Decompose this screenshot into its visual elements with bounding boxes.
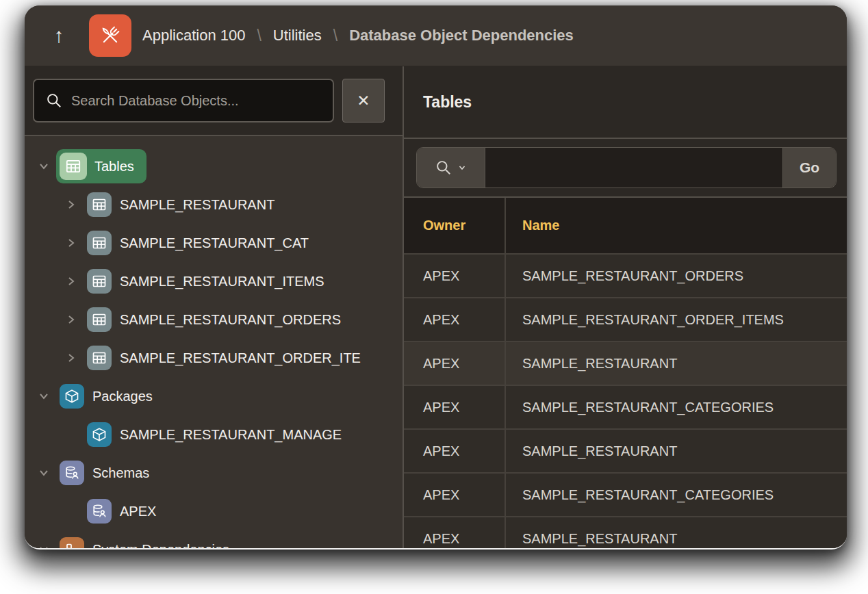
tree-item-sample-restaurant-items[interactable]: SAMPLE_RESTAURANT_ITEMS — [25, 262, 403, 300]
table-icon — [60, 153, 87, 180]
tree-item-label: Schemas — [92, 465, 149, 481]
chevron-placeholder — [64, 428, 78, 441]
tree-item-label: Packages — [92, 389, 153, 404]
chevron-placeholder — [64, 504, 78, 518]
cell-name: SAMPLE_RESTAURANT_CATEGORIES — [505, 385, 847, 429]
tree-item-tables[interactable]: Tables — [25, 147, 403, 185]
cell-owner: APEX — [404, 254, 505, 298]
search-input[interactable] — [63, 93, 333, 109]
package-icon — [87, 422, 112, 447]
report-search-bar: Go — [416, 147, 837, 188]
table-icon — [87, 269, 112, 294]
up-arrow-icon[interactable]: ↑ — [45, 25, 73, 46]
tree-item-selected[interactable]: Tables — [56, 149, 146, 183]
chevron-down-icon[interactable] — [37, 543, 51, 550]
report-toolbar: Go — [404, 139, 847, 198]
schema-icon — [87, 499, 112, 524]
table-icon — [87, 192, 112, 217]
dependency-icon — [60, 537, 84, 550]
cell-name: SAMPLE_RESTAURANT_ORDER_ITEMS — [505, 298, 847, 341]
search-database-objects-field[interactable] — [33, 79, 334, 122]
cell-owner: APEX — [404, 385, 505, 429]
breadcrumb-separator: \ — [257, 27, 261, 45]
table-row[interactable]: APEX SAMPLE_RESTAURANT_CATEGORIES — [404, 473, 847, 517]
table-header-row: Owner Name — [404, 198, 847, 254]
column-header-name[interactable]: Name — [505, 198, 847, 254]
tree-item-label: SAMPLE_RESTAURANT_MANAGE — [120, 427, 342, 443]
chevron-right-icon[interactable] — [64, 274, 78, 288]
tree-item-sample-restaurant-cat[interactable]: SAMPLE_RESTAURANT_CAT — [25, 224, 403, 262]
go-button[interactable]: Go — [782, 148, 836, 188]
breadcrumb-separator: \ — [333, 27, 337, 45]
table-row[interactable]: APEX SAMPLE_RESTAURANT_ORDERS — [404, 254, 847, 298]
tree-search-region: ✕ — [25, 66, 403, 136]
cell-owner: APEX — [404, 429, 505, 473]
cell-name: SAMPLE_RESTAURANT — [505, 517, 847, 550]
tree-item-label: System Dependencies — [92, 542, 229, 550]
table-row[interactable]: APEX SAMPLE_RESTAURANT — [404, 517, 847, 550]
close-icon: ✕ — [357, 92, 370, 110]
table-row[interactable]: APEX SAMPLE_RESTAURANT_CATEGORIES — [404, 385, 847, 429]
cell-owner: APEX — [404, 298, 505, 341]
chevron-down-icon[interactable] — [37, 159, 51, 173]
search-icon — [435, 159, 452, 177]
tree-item-system-dependencies[interactable]: System Dependencies — [25, 530, 403, 550]
breadcrumb: Application 100 \ Utilities \ Database O… — [142, 27, 574, 45]
tree-item-label: SAMPLE_RESTAURANT_CAT — [120, 235, 309, 251]
column-header-owner[interactable]: Owner — [404, 198, 505, 254]
object-tree-panel: ✕ Tables — [25, 66, 404, 550]
package-icon — [60, 384, 84, 409]
tree-item-sample-restaurant-manage[interactable]: SAMPLE_RESTAURANT_MANAGE — [25, 415, 403, 454]
page-title: Tables — [423, 93, 472, 112]
breadcrumb-current-page: Database Object Dependencies — [349, 27, 574, 44]
restaurant-utensils-icon[interactable] — [89, 14, 131, 57]
table-icon — [87, 307, 112, 332]
table-row[interactable]: APEX SAMPLE_RESTAURANT_ORDER_ITEMS — [404, 298, 847, 341]
cell-name: SAMPLE_RESTAURANT_CATEGORIES — [505, 473, 847, 517]
report-title-bar: Tables — [404, 66, 847, 139]
schema-icon — [60, 461, 84, 485]
tree-item-label: SAMPLE_RESTAURANT — [120, 197, 275, 213]
chevron-right-icon[interactable] — [64, 351, 78, 365]
cell-name: SAMPLE_RESTAURANT — [505, 429, 847, 473]
tree-item-label: SAMPLE_RESTAURANT_ORDERS — [120, 312, 341, 328]
app-window: ↑ Application 100 \ Utilities \ Database… — [25, 5, 847, 550]
cell-name: SAMPLE_RESTAURANT_ORDERS — [505, 254, 847, 298]
tree-item-label: APEX — [120, 504, 156, 519]
database-object-tree: Tables SAMPLE_RESTAURANT — [25, 136, 403, 550]
tree-item-label: SAMPLE_RESTAURANT_ITEMS — [120, 274, 324, 289]
tree-item-sample-restaurant-order-items[interactable]: SAMPLE_RESTAURANT_ORDER_ITE — [25, 339, 403, 377]
cell-name: SAMPLE_RESTAURANT — [505, 341, 847, 385]
tree-item-sample-restaurant-orders[interactable]: SAMPLE_RESTAURANT_ORDERS — [25, 300, 403, 339]
cell-owner: APEX — [404, 517, 505, 550]
cell-owner: APEX — [404, 473, 505, 517]
table-icon — [87, 231, 112, 255]
chevron-down-icon[interactable] — [37, 466, 51, 480]
chevron-right-icon[interactable] — [64, 313, 78, 326]
chevron-right-icon[interactable] — [64, 198, 78, 211]
tree-item-schemas[interactable]: Schemas — [25, 454, 403, 492]
table-row[interactable]: APEX SAMPLE_RESTAURANT — [404, 429, 847, 473]
tree-item-sample-restaurant[interactable]: SAMPLE_RESTAURANT — [25, 185, 403, 224]
search-options-dropdown[interactable] — [417, 148, 485, 188]
breadcrumb-utilities[interactable]: Utilities — [273, 27, 322, 44]
tree-item-apex-schema[interactable]: APEX — [25, 492, 403, 530]
table-icon — [87, 346, 112, 370]
search-icon — [45, 92, 63, 109]
tree-item-label: SAMPLE_RESTAURANT_ORDER_ITE — [120, 350, 361, 366]
tree-item-packages[interactable]: Packages — [25, 377, 403, 415]
cell-owner: APEX — [404, 341, 505, 385]
breadcrumb-application[interactable]: Application 100 — [142, 27, 245, 44]
table-row-highlighted[interactable]: APEX SAMPLE_RESTAURANT — [404, 341, 847, 385]
chevron-down-icon — [457, 163, 467, 172]
chevron-right-icon[interactable] — [64, 236, 78, 250]
report-filter-input[interactable] — [485, 148, 782, 188]
tree-item-label: Tables — [94, 159, 134, 175]
dependencies-table: Owner Name APEX SAMPLE_RESTAURANT_ORDERS… — [404, 198, 847, 550]
report-panel: Tables Go — [404, 66, 847, 550]
top-header: ↑ Application 100 \ Utilities \ Database… — [25, 5, 847, 66]
chevron-down-icon[interactable] — [37, 389, 51, 403]
clear-search-button[interactable]: ✕ — [342, 79, 385, 122]
